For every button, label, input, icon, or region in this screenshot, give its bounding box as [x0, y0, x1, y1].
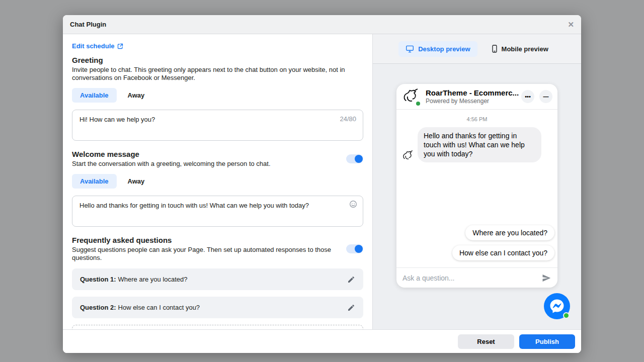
screen-backdrop: Chat Plugin ✕ Edit schedule Greeting Inv…: [0, 0, 644, 362]
faq-chips: Where are you located? How else can I co…: [452, 225, 554, 260]
greeting-message-field-wrap: Hi! How can we help you? 24/80: [72, 110, 363, 143]
faq-chip-2[interactable]: How else can I contact you?: [452, 245, 554, 260]
message-timestamp: 4:56 PM: [396, 116, 557, 122]
chat-body: 4:56 PM Hello and thanks for getti: [396, 110, 557, 267]
tab-mobile-preview[interactable]: Mobile preview: [485, 41, 555, 57]
greeting-char-counter: 24/80: [340, 115, 356, 123]
toggle-knob: [355, 245, 363, 253]
modal-body: Edit schedule Greeting Invite people to …: [63, 34, 581, 329]
preview-area: RoarTheme - Ecommerc... Powered by Messe…: [373, 64, 581, 329]
chat-input-placeholder: Ask a question...: [403, 274, 455, 282]
roartheme-logo: [401, 149, 415, 162]
greeting-tab-away[interactable]: Away: [120, 88, 153, 103]
welcome-message-bubble: Hello and thanks for getting in touch wi…: [418, 127, 541, 162]
message-row: Hello and thanks for getting in touch wi…: [396, 127, 557, 162]
add-new-question-button[interactable]: Add new question: [72, 325, 363, 329]
faq-section-header: Frequently asked questions Suggest quest…: [72, 236, 363, 262]
faq-chip-1[interactable]: Where are you located?: [465, 225, 554, 240]
chat-input-row[interactable]: Ask a question...: [396, 267, 557, 288]
edit-schedule-label: Edit schedule: [72, 42, 115, 50]
emoji-icon[interactable]: [349, 200, 357, 208]
pencil-icon[interactable]: [347, 304, 355, 312]
edit-schedule-link[interactable]: Edit schedule: [72, 42, 123, 50]
welcome-tab-available[interactable]: Available: [72, 174, 117, 189]
tab-desktop-preview[interactable]: Desktop preview: [398, 41, 477, 57]
mobile-preview-label: Mobile preview: [502, 45, 548, 53]
greeting-description: Invite people to chat. This greeting onl…: [72, 66, 363, 82]
welcome-message-input[interactable]: Hello and thanks for getting in touch wi…: [72, 196, 363, 227]
send-icon[interactable]: [541, 273, 551, 283]
greeting-message-input[interactable]: Hi! How can we help you?: [72, 110, 363, 141]
toggle-knob: [355, 155, 363, 163]
welcome-title: Welcome message: [72, 150, 271, 158]
welcome-message-toggle[interactable]: [346, 154, 363, 163]
welcome-tab-away[interactable]: Away: [120, 174, 153, 189]
welcome-section-header: Welcome message Start the conversation w…: [72, 150, 363, 168]
faq-title: Frequently asked questions: [72, 236, 344, 244]
chat-menu-button[interactable]: •••: [521, 90, 534, 103]
modal-footer: Reset Publish: [63, 329, 581, 353]
monitor-icon: [406, 45, 414, 53]
faq-question-row-2: Question 2:How else can I contact you?: [72, 297, 363, 318]
faq-question-row-1: Question 1:Where are you located?: [72, 268, 363, 290]
pencil-icon[interactable]: [347, 276, 355, 284]
preview-pane: Desktop preview Mobile preview: [372, 34, 581, 329]
desktop-preview-label: Desktop preview: [418, 45, 470, 53]
page-avatar: [401, 87, 421, 106]
online-status-dot: [415, 101, 421, 107]
faq-toggle[interactable]: [346, 244, 363, 253]
question-2-label: Question 2:: [80, 304, 116, 311]
close-icon[interactable]: ✕: [568, 21, 574, 28]
powered-by-label: Powered by Messenger: [426, 98, 516, 105]
question-1-text: Question 1:Where are you located?: [80, 276, 188, 283]
chat-minimize-button[interactable]: —: [539, 90, 552, 103]
question-1-label: Question 1:: [80, 276, 116, 283]
settings-pane: Edit schedule Greeting Invite people to …: [63, 34, 372, 329]
preview-mode-tabs: Desktop preview Mobile preview: [373, 34, 581, 64]
modal-header: Chat Plugin ✕: [63, 15, 581, 34]
messenger-launcher-button[interactable]: [544, 293, 570, 319]
question-2-value: How else can I contact you?: [118, 304, 200, 311]
publish-button[interactable]: Publish: [519, 334, 575, 349]
chat-preview-card: RoarTheme - Ecommerc... Powered by Messe…: [396, 84, 557, 288]
greeting-title: Greeting: [72, 56, 363, 64]
welcome-message-field-wrap: Hello and thanks for getting in touch wi…: [72, 196, 363, 229]
page-name: RoarTheme - Ecommerc...: [426, 88, 516, 97]
launcher-online-dot: [563, 312, 570, 319]
chat-header: RoarTheme - Ecommerc... Powered by Messe…: [396, 84, 557, 110]
external-link-icon: [117, 43, 123, 49]
welcome-description: Start the conversation with a greeting, …: [72, 160, 271, 168]
faq-description: Suggest questions people can ask your Pa…: [72, 246, 344, 262]
modal-title: Chat Plugin: [70, 21, 106, 28]
greeting-tab-available[interactable]: Available: [72, 88, 117, 103]
question-2-text: Question 2:How else can I contact you?: [80, 304, 200, 311]
chat-plugin-modal: Chat Plugin ✕ Edit schedule Greeting Inv…: [63, 15, 581, 353]
message-avatar: [401, 149, 415, 162]
reset-button[interactable]: Reset: [458, 334, 514, 349]
chat-titles: RoarTheme - Ecommerc... Powered by Messe…: [426, 88, 516, 105]
greeting-status-tabs: Available Away: [72, 88, 363, 103]
phone-icon: [492, 45, 498, 53]
question-1-value: Where are you located?: [118, 276, 188, 283]
welcome-status-tabs: Available Away: [72, 174, 363, 189]
